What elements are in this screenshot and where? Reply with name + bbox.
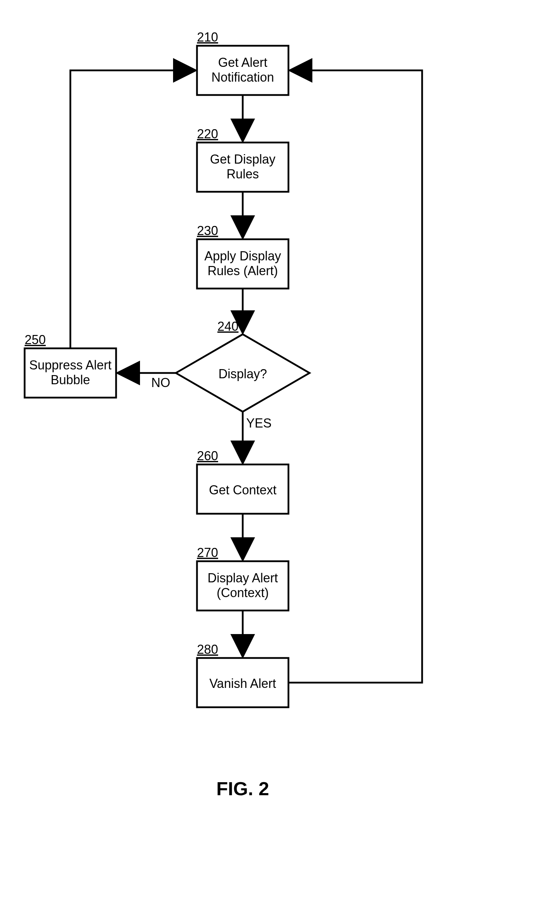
ref-260: 260 [197,448,218,463]
node-230-line1: Apply Display [204,249,281,263]
branch-yes: YES [246,416,271,430]
ref-240: 240 [217,319,238,334]
ref-280: 280 [197,642,218,657]
ref-220: 220 [197,127,218,141]
node-210-line2: Notification [211,70,274,84]
node-210-line1: Get Alert [218,55,267,70]
node-260-line1: Get Context [209,483,277,497]
ref-230: 230 [197,224,218,238]
node-280-line1: Vanish Alert [209,676,276,691]
node-270-line1: Display Alert [208,571,278,585]
node-230-line2: Rules (Alert) [208,264,278,278]
ref-210: 210 [197,30,218,44]
node-220-line1: Get Display [210,152,276,166]
node-210: 210 Get Alert Notification [197,30,289,95]
edge-250-210 [70,70,195,348]
node-240-line1: Display? [219,367,267,381]
node-270-line2: (Context) [217,585,269,600]
flowchart-svg: 210 Get Alert Notification 220 Get Displ… [0,0,560,924]
flowchart-page: 210 Get Alert Notification 220 Get Displ… [0,0,560,924]
branch-no: NO [151,375,170,390]
ref-250: 250 [25,333,46,347]
node-240: 240 Display? [176,319,310,412]
node-220-line2: Rules [226,167,259,181]
node-250-line2: Bubble [51,373,90,387]
ref-270: 270 [197,545,218,560]
node-250-line1: Suppress Alert [29,358,111,372]
edge-280-210 [289,70,422,682]
figure-label: FIG. 2 [216,778,269,799]
